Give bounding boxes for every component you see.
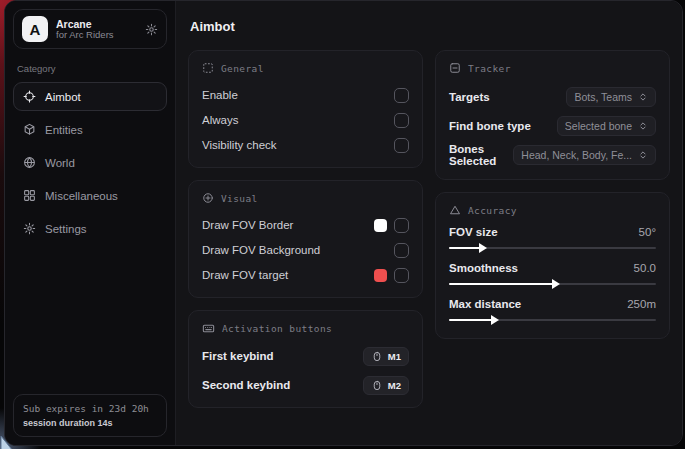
- sidebar: A Arcane for Arc Riders Category: [5, 1, 176, 445]
- chevron-up-down-icon: [638, 150, 648, 160]
- enable-checkbox[interactable]: [394, 88, 409, 103]
- slider-row: FOV size 50°: [449, 226, 656, 253]
- second-keybind-button[interactable]: M2: [363, 376, 409, 395]
- desktop-background: A Arcane for Arc Riders Category: [0, 0, 685, 449]
- sidebar-item-miscellaneous[interactable]: Miscellaneous: [13, 181, 167, 210]
- activation-buttons-card: Activation buttons First keybind M1: [188, 310, 423, 408]
- smoothness-value: 50.0: [634, 262, 656, 274]
- fov-size-value: 50°: [639, 226, 656, 238]
- app-logo: A: [22, 16, 48, 42]
- setting-row: Bones Selected Head, Neck, Body, Fe...: [449, 142, 656, 168]
- app-window: A Arcane for Arc Riders Category: [4, 0, 683, 446]
- card-title: Tracker: [468, 63, 511, 74]
- slider-row: Smoothness 50.0: [449, 262, 656, 289]
- slider-row: Max distance 250m: [449, 298, 656, 325]
- visual-card: Visual Draw FOV Border Draw FOV Backgrou…: [188, 180, 423, 298]
- max-distance-slider[interactable]: [449, 315, 656, 325]
- grid-icon: [23, 189, 36, 202]
- sub-expiry-text: Sub expires in 23d 20h: [23, 403, 157, 414]
- mouse-icon: [371, 380, 383, 391]
- session-duration-text: session duration 14s: [23, 418, 157, 428]
- setting-row: Draw FOV Border: [202, 214, 409, 236]
- category-label: Category: [17, 63, 163, 74]
- sidebar-item-aimbot[interactable]: Aimbot: [13, 82, 167, 111]
- sidebar-item-label: Miscellaneous: [45, 190, 118, 202]
- circle-plus-icon: [202, 192, 214, 204]
- app-name: Arcane: [56, 18, 137, 30]
- globe-icon: [23, 156, 36, 169]
- sidebar-item-label: Settings: [45, 223, 87, 235]
- first-keybind-button[interactable]: M1: [363, 347, 409, 366]
- max-distance-value: 250m: [627, 298, 656, 310]
- app-subtitle: for Arc Riders: [56, 30, 137, 41]
- targets-select[interactable]: Bots, Teams: [566, 87, 656, 107]
- sidebar-item-label: World: [45, 157, 75, 169]
- setting-row: Visibility check: [202, 134, 409, 156]
- chevron-up-down-icon: [638, 92, 648, 102]
- sidebar-item-label: Aimbot: [45, 91, 81, 103]
- card-title: Activation buttons: [222, 323, 332, 334]
- sidebar-item-settings[interactable]: Settings: [13, 214, 167, 243]
- mouse-icon: [371, 351, 383, 362]
- sidebar-nav: Aimbot Entities Wo: [13, 82, 167, 247]
- slider-thumb[interactable]: [552, 279, 560, 289]
- keyboard-icon: [202, 322, 215, 335]
- sidebar-item-label: Entities: [45, 124, 83, 136]
- chevron-up-down-icon: [638, 121, 648, 131]
- draw-fov-target-checkbox[interactable]: [394, 268, 409, 283]
- subscription-status-card: Sub expires in 23d 20h session duration …: [13, 394, 167, 437]
- setting-row: First keybind M1: [202, 345, 409, 367]
- fov-size-slider[interactable]: [449, 243, 656, 253]
- main-content: Aimbot General: [176, 1, 682, 445]
- dashed-square-icon: [202, 62, 214, 74]
- scan-icon: [449, 62, 461, 74]
- gear-icon[interactable]: [145, 23, 158, 36]
- setting-row: Draw FOV target: [202, 264, 409, 286]
- draw-fov-background-checkbox[interactable]: [394, 243, 409, 258]
- tracker-card: Tracker Targets Bots, Teams: [435, 50, 670, 180]
- accuracy-card: Accuracy FOV size 50°: [435, 192, 670, 339]
- crosshair-icon: [23, 90, 36, 103]
- setting-row: Enable: [202, 84, 409, 106]
- setting-row: Targets Bots, Teams: [449, 84, 656, 110]
- visibility-check-checkbox[interactable]: [394, 138, 409, 153]
- entities-icon: [23, 123, 36, 136]
- setting-row: Find bone type Selected bone: [449, 113, 656, 139]
- slider-thumb[interactable]: [491, 315, 499, 325]
- card-title: Visual: [221, 193, 258, 204]
- fov-target-color-swatch[interactable]: [374, 269, 387, 282]
- card-title: General: [221, 63, 264, 74]
- setting-row: Always: [202, 109, 409, 131]
- sidebar-item-world[interactable]: World: [13, 148, 167, 177]
- bones-selected-select[interactable]: Head, Neck, Body, Fe...: [513, 145, 656, 165]
- draw-fov-border-checkbox[interactable]: [394, 218, 409, 233]
- triangle-icon: [449, 204, 461, 216]
- sidebar-item-entities[interactable]: Entities: [13, 115, 167, 144]
- general-card: General Enable Always Visibility check: [188, 50, 423, 168]
- gear-icon: [23, 222, 36, 235]
- setting-row: Draw FOV Background: [202, 239, 409, 261]
- find-bone-type-select[interactable]: Selected bone: [557, 116, 656, 136]
- slider-thumb[interactable]: [479, 243, 487, 253]
- card-title: Accuracy: [468, 205, 517, 216]
- fov-border-color-swatch[interactable]: [374, 219, 387, 232]
- page-title: Aimbot: [190, 19, 670, 34]
- mouse-cursor: [0, 435, 14, 449]
- setting-row: Second keybind M2: [202, 374, 409, 396]
- smoothness-slider[interactable]: [449, 279, 656, 289]
- app-logo-card: A Arcane for Arc Riders: [13, 9, 167, 49]
- always-checkbox[interactable]: [394, 113, 409, 128]
